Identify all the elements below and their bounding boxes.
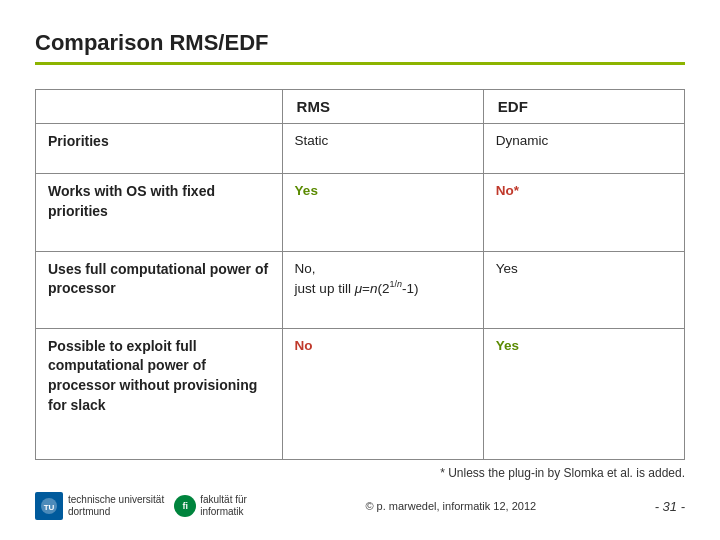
table-row: Possible to exploit full computational p… [36, 328, 685, 459]
row-edf-full-power: Yes [483, 251, 684, 328]
slide: Comparison RMS/EDF RMS EDF Priorities St… [0, 0, 720, 540]
tudo-logo-icon: TU [35, 492, 63, 520]
row-edf-os: No* [483, 174, 684, 251]
row-rms-priorities: Static [282, 124, 483, 174]
col-header-empty [36, 90, 283, 124]
footer-left: TU technische universität dortmund fi fa… [35, 492, 247, 520]
fi-logo-icon: fi [174, 495, 196, 517]
table-row: Priorities Static Dynamic [36, 124, 685, 174]
footnote: * Unless the plug-in by Slomka et al. is… [35, 466, 685, 480]
footer: TU technische universität dortmund fi fa… [35, 488, 685, 520]
row-edf-priorities: Dynamic [483, 124, 684, 174]
svg-text:TU: TU [44, 503, 55, 512]
row-rms-full-power: No, just up till μ=n(21/n-1) [282, 251, 483, 328]
title-underline [35, 62, 685, 65]
footer-copyright: © p. marwedel, informatik 12, 2012 [365, 500, 536, 512]
fi-text: fakultät für informatik [200, 494, 247, 518]
row-label-priorities: Priorities [36, 124, 283, 174]
tudo-logo: TU technische universität dortmund [35, 492, 164, 520]
comparison-table: RMS EDF Priorities Static Dynamic Works … [35, 89, 685, 460]
tudo-text: technische universität dortmund [68, 494, 164, 518]
row-label-full-power: Uses full computational power of process… [36, 251, 283, 328]
footer-page-number: - 31 - [655, 499, 685, 514]
row-edf-exploit: Yes [483, 328, 684, 459]
page-title: Comparison RMS/EDF [35, 30, 685, 56]
col-header-edf: EDF [483, 90, 684, 124]
title-area: Comparison RMS/EDF [35, 30, 685, 81]
col-header-rms: RMS [282, 90, 483, 124]
table-header-row: RMS EDF [36, 90, 685, 124]
table-row: Works with OS with fixed priorities Yes … [36, 174, 685, 251]
fi-logo: fi fakultät für informatik [174, 494, 247, 518]
table-row: Uses full computational power of process… [36, 251, 685, 328]
row-label-exploit: Possible to exploit full computational p… [36, 328, 283, 459]
row-rms-os: Yes [282, 174, 483, 251]
row-label-os: Works with OS with fixed priorities [36, 174, 283, 251]
tudo-logo-svg: TU [39, 496, 59, 516]
row-rms-exploit: No [282, 328, 483, 459]
main-content: RMS EDF Priorities Static Dynamic Works … [35, 89, 685, 480]
